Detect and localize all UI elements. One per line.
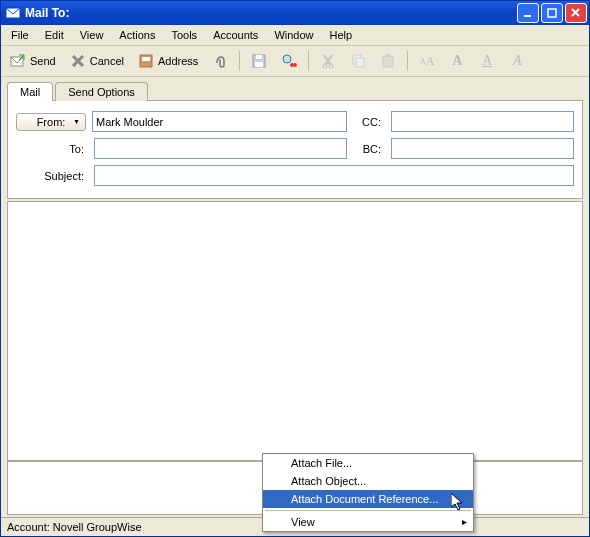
separator [239, 51, 240, 71]
font-size-icon: AA [419, 53, 435, 69]
status-account: Account: Novell GroupWise [7, 521, 142, 533]
header-form: From: CC: To: BC: Subject: [7, 100, 583, 199]
ctx-attach-file[interactable]: Attach File... [263, 454, 473, 472]
bc-input[interactable] [391, 138, 574, 159]
address-icon [138, 53, 154, 69]
svg-rect-2 [548, 9, 556, 17]
svg-point-14 [283, 55, 291, 63]
app-icon [5, 5, 21, 21]
menu-view[interactable]: View [74, 27, 110, 43]
from-label: From: [37, 116, 66, 128]
svg-rect-24 [386, 54, 390, 57]
title-bar: Mail To: [1, 1, 589, 25]
underline-icon: A [479, 53, 495, 69]
save-icon [251, 53, 267, 69]
cut-button[interactable] [315, 50, 341, 72]
tab-strip: Mail Send Options [1, 77, 589, 100]
ctx-view[interactable]: View [263, 513, 473, 531]
window-title: Mail To: [25, 6, 515, 20]
paperclip-icon [212, 53, 228, 69]
menu-window[interactable]: Window [268, 27, 319, 43]
send-icon [10, 53, 26, 69]
send-button[interactable]: Send [5, 50, 61, 72]
context-menu: Attach File... Attach Object... Attach D… [262, 453, 474, 532]
to-label: To: [16, 141, 88, 157]
bc-label: BC: [353, 141, 385, 157]
ctx-separator [265, 510, 471, 511]
menu-accounts[interactable]: Accounts [207, 27, 264, 43]
spellcheck-button[interactable] [276, 50, 302, 72]
copy-icon [350, 53, 366, 69]
tab-send-options[interactable]: Send Options [55, 82, 148, 101]
menu-edit[interactable]: Edit [39, 27, 70, 43]
underline-button[interactable]: A [474, 50, 500, 72]
close-button[interactable] [565, 3, 587, 23]
italic-button[interactable]: A [504, 50, 530, 72]
menu-actions[interactable]: Actions [113, 27, 161, 43]
toolbar: Send Cancel Address A [1, 46, 589, 77]
menu-tools[interactable]: Tools [165, 27, 203, 43]
ctx-attach-object[interactable]: Attach Object... [263, 472, 473, 490]
svg-point-19 [323, 64, 327, 68]
paste-icon [380, 53, 396, 69]
copy-button[interactable] [345, 50, 371, 72]
cancel-label: Cancel [90, 55, 124, 67]
menu-bar: File Edit View Actions Tools Accounts Wi… [1, 25, 589, 46]
cancel-button[interactable]: Cancel [65, 50, 129, 72]
subject-label: Subject: [16, 168, 88, 184]
svg-rect-13 [255, 62, 263, 67]
italic-icon: A [509, 53, 525, 69]
cc-label: CC: [353, 114, 385, 130]
to-input[interactable] [94, 138, 347, 159]
message-body[interactable] [7, 201, 583, 461]
menu-file[interactable]: File [5, 27, 35, 43]
cancel-icon [70, 53, 86, 69]
save-button[interactable] [246, 50, 272, 72]
svg-rect-22 [356, 58, 364, 67]
paste-button[interactable] [375, 50, 401, 72]
minimize-button[interactable] [517, 3, 539, 23]
bold-button[interactable]: A [444, 50, 470, 72]
spellcheck-icon [281, 53, 297, 69]
font-size-button[interactable]: AA [414, 50, 440, 72]
cut-icon [320, 53, 336, 69]
maximize-button[interactable] [541, 3, 563, 23]
svg-rect-10 [142, 57, 150, 61]
from-input[interactable] [92, 111, 347, 132]
separator [407, 51, 408, 71]
send-label: Send [30, 55, 56, 67]
separator [308, 51, 309, 71]
tab-mail[interactable]: Mail [7, 82, 53, 101]
attach-button[interactable] [207, 50, 233, 72]
svg-point-16 [293, 63, 297, 67]
menu-help[interactable]: Help [324, 27, 359, 43]
svg-rect-23 [383, 56, 393, 67]
from-dropdown[interactable]: From: [16, 113, 86, 131]
subject-input[interactable] [94, 165, 574, 186]
ctx-attach-docref[interactable]: Attach Document Reference... [263, 490, 473, 508]
address-label: Address [158, 55, 198, 67]
address-button[interactable]: Address [133, 50, 203, 72]
svg-rect-12 [256, 55, 262, 59]
bold-icon: A [449, 53, 465, 69]
svg-point-20 [329, 64, 333, 68]
cc-input[interactable] [391, 111, 574, 132]
compose-window: Mail To: File Edit View Actions Tools Ac… [0, 0, 590, 537]
